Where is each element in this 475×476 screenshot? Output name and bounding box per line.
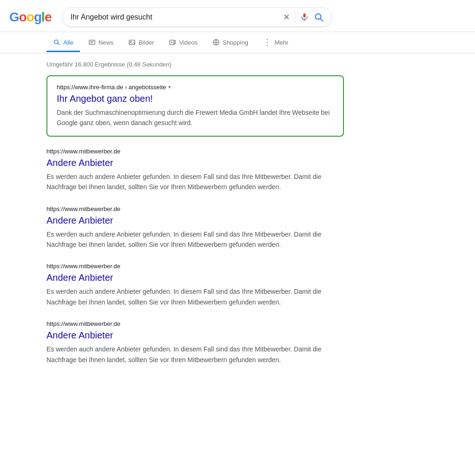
tab-alle-label: Alle (63, 39, 73, 46)
mic-icon[interactable] (300, 13, 309, 22)
tab-videos-label: Videos (179, 39, 198, 46)
nav-tabs: Alle News Bilder Videos (0, 32, 475, 53)
logo-letter-o1: o (19, 10, 26, 25)
featured-result: https://www.ihre-firma.de › angebotsseit… (46, 75, 344, 137)
logo-letter-g: G (9, 10, 19, 25)
result-description: Es werden auch andere Anbieter gefunden.… (46, 286, 344, 307)
videos-icon (169, 39, 176, 46)
featured-result-title[interactable]: Ihr Angebot ganz oben! (57, 93, 334, 105)
clear-icon[interactable]: ✕ (283, 13, 290, 21)
search-icon[interactable] (314, 12, 324, 22)
featured-url-arrow: ▾ (168, 84, 171, 90)
result-item: https://www.mitbewerber.de Andere Anbiet… (46, 320, 344, 365)
result-url: https://www.mitbewerber.de (46, 320, 344, 327)
logo-letter-o2: o (26, 10, 34, 25)
logo-letter-l: l (41, 10, 45, 25)
svg-line-6 (58, 43, 59, 45)
tab-mehr[interactable]: ⋮ Mehr (257, 33, 295, 53)
tab-alle[interactable]: Alle (46, 34, 80, 52)
tab-mehr-label: Mehr (275, 39, 289, 46)
svg-marker-14 (172, 41, 173, 43)
results-count: Umgefähr 16.800 Ergebnisse (0,48 Sekunde… (46, 61, 344, 68)
result-title[interactable]: Andere Anbieter (46, 214, 344, 226)
result-item: https://www.mitbewerber.de Andere Anbiet… (46, 263, 344, 307)
results-area: Umgefähr 16.800 Ergebnisse (0,48 Sekunde… (0, 53, 353, 385)
shopping-icon (212, 39, 220, 46)
result-description: Es werden auch andere Anbieter gefunden.… (46, 344, 344, 365)
google-logo: Google (9, 10, 51, 25)
result-url: https://www.mitbewerber.de (46, 263, 344, 270)
results-list: https://www.mitbewerber.de Andere Anbiet… (46, 148, 344, 365)
bilder-icon (128, 39, 136, 46)
search-icons: ✕ (283, 12, 324, 23)
logo-letter-e: e (45, 10, 52, 25)
search-bar: ✕ (62, 7, 332, 27)
alle-search-icon (53, 39, 60, 46)
result-title[interactable]: Andere Anbieter (46, 329, 344, 341)
result-description: Es werden auch andere Anbieter gefunden.… (46, 172, 344, 192)
tab-news[interactable]: News (82, 34, 120, 52)
result-description: Es werden auch andere Anbieter gefunden.… (46, 229, 344, 250)
mehr-dots-icon: ⋮ (263, 37, 272, 47)
tab-shopping[interactable]: Shopping (206, 34, 255, 52)
result-url: https://www.mitbewerber.de (46, 148, 344, 155)
result-item: https://www.mitbewerber.de Andere Anbiet… (46, 148, 344, 192)
header: Google ✕ (0, 0, 475, 32)
news-icon (88, 39, 96, 46)
vertical-divider (295, 12, 295, 23)
result-url: https://www.mitbewerber.de (46, 205, 344, 212)
result-title[interactable]: Andere Anbieter (46, 271, 344, 284)
featured-result-description: Dank der Suchmaschinenoptimierung durch … (57, 107, 334, 128)
logo-letter-g2: g (34, 10, 41, 25)
result-item: https://www.mitbewerber.de Andere Anbiet… (46, 205, 344, 250)
svg-rect-0 (303, 13, 306, 18)
featured-result-url: https://www.ihre-firma.de › angebotsseit… (57, 84, 334, 91)
tab-shopping-label: Shopping (223, 39, 248, 46)
tab-bilder-label: Bilder (139, 39, 154, 46)
tab-news-label: News (99, 39, 114, 46)
tab-videos[interactable]: Videos (162, 34, 204, 52)
svg-line-4 (321, 19, 323, 21)
search-input[interactable] (70, 13, 279, 21)
result-title[interactable]: Andere Anbieter (46, 157, 344, 169)
tab-bilder[interactable]: Bilder (122, 34, 160, 52)
